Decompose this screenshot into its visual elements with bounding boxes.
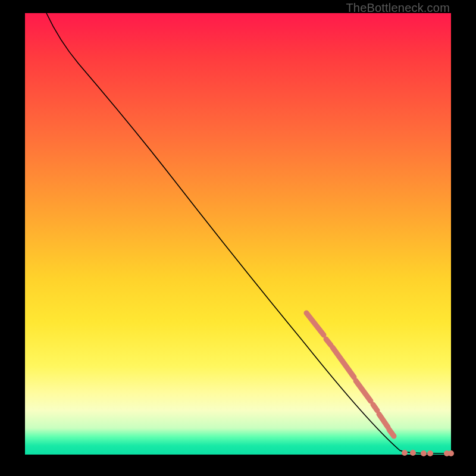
highlight-dash (333, 347, 354, 377)
chart-frame: TheBottleneck.com (0, 0, 476, 476)
highlight-dash (356, 381, 371, 401)
highlight-dash (389, 430, 394, 436)
highlight-marker (427, 450, 433, 456)
highlight-marker (410, 450, 416, 456)
highlight-marker (421, 450, 427, 456)
main-curve (46, 13, 451, 453)
highlight-marker (402, 450, 408, 456)
highlight-marker (448, 450, 454, 456)
watermark-text: TheBottleneck.com (346, 1, 450, 15)
plot-area (25, 13, 451, 455)
highlight-dash (306, 313, 324, 335)
highlight-dash (373, 405, 377, 411)
highlight-dash (379, 414, 388, 427)
curve-svg (25, 13, 451, 455)
highlight-dash (326, 339, 331, 345)
